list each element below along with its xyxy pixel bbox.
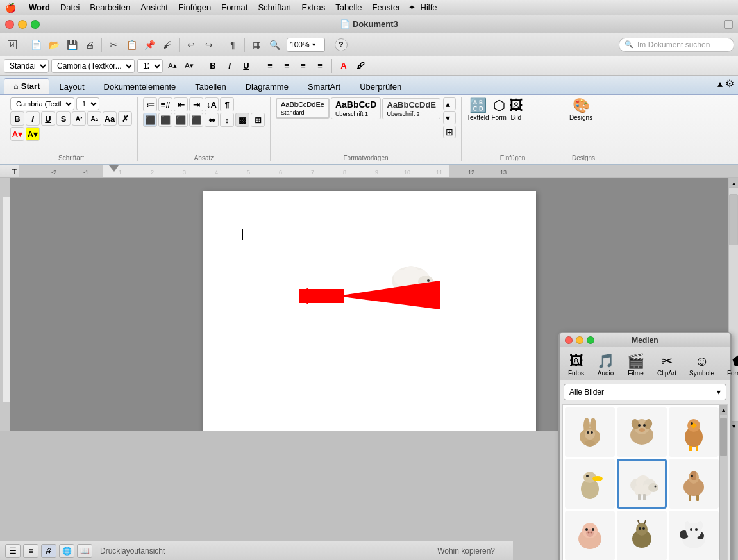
ribbon-numbered-list[interactable]: ≡# bbox=[158, 97, 172, 111]
ribbon-sort[interactable]: ↕A bbox=[205, 97, 219, 111]
menu-tabelle[interactable]: Tabelle bbox=[330, 1, 367, 13]
view-web-button[interactable]: 🌐 bbox=[59, 544, 74, 558]
view-outline-button[interactable]: ≡ bbox=[23, 544, 38, 558]
view-normal-button[interactable]: ☰ bbox=[5, 544, 21, 558]
close-button[interactable] bbox=[5, 20, 14, 29]
style-select[interactable]: Standard bbox=[4, 59, 49, 73]
media-item-sheep[interactable] bbox=[617, 459, 667, 509]
einfuegen-form[interactable]: ⬡ Form bbox=[492, 97, 507, 121]
align-right[interactable]: ≡ bbox=[296, 59, 310, 73]
zoom-out-icon[interactable]: 🔍 bbox=[266, 37, 283, 53]
einfuegen-textfeld[interactable]: 🔠 Textfeld bbox=[467, 97, 489, 121]
ribbon-subscript[interactable]: A₂ bbox=[87, 111, 101, 126]
ribbon-bold[interactable]: B bbox=[10, 111, 24, 126]
fv-standard[interactable]: AaBbCcDdEeStandard bbox=[276, 98, 330, 119]
media-close-button[interactable] bbox=[565, 336, 573, 344]
bold-button[interactable]: B bbox=[206, 59, 220, 73]
maximize-button[interactable] bbox=[31, 20, 40, 29]
redo-button[interactable]: ↪ bbox=[201, 37, 217, 53]
ribbon-justify[interactable]: ⬛ bbox=[189, 113, 203, 127]
media-item-rabbit[interactable] bbox=[565, 407, 615, 457]
ruler-toggle[interactable]: ⊤ bbox=[10, 168, 19, 175]
fv-expand[interactable]: ⊞ bbox=[443, 126, 456, 138]
search-box[interactable]: 🔍 Im Dokument suchen bbox=[619, 38, 734, 52]
tab-start[interactable]: ⌂Start bbox=[4, 78, 49, 94]
tab-diagramme[interactable]: Diagramme bbox=[236, 79, 298, 94]
ribbon-shading[interactable]: ▩ bbox=[235, 113, 249, 127]
media-item-duck[interactable] bbox=[565, 459, 615, 509]
media-scroll-track[interactable] bbox=[720, 415, 727, 560]
new-doc-button[interactable]: 📄 bbox=[28, 37, 44, 53]
pilcrow-button[interactable]: ¶ bbox=[224, 37, 241, 53]
format-painter[interactable]: 🖌 bbox=[159, 37, 176, 53]
ribbon-align-left[interactable]: ⬛ bbox=[143, 113, 157, 127]
ribbon-font-color[interactable]: A▾ bbox=[10, 127, 24, 141]
media-item-cow[interactable] bbox=[669, 511, 719, 560]
help-button[interactable]: ? bbox=[335, 38, 348, 51]
apple-menu[interactable]: 🍎 bbox=[5, 3, 16, 13]
menu-fenster[interactable]: Fenster bbox=[367, 1, 405, 13]
menu-extras[interactable]: Extras bbox=[296, 1, 330, 13]
highlight-button[interactable]: 🖊 bbox=[353, 59, 367, 73]
media-scrollbar[interactable]: ▴ ▾ bbox=[719, 405, 727, 560]
menu-hilfe[interactable]: Hilfe bbox=[415, 1, 442, 13]
media-category-dropdown[interactable]: Alle Bilder ▾ bbox=[564, 384, 726, 400]
view-reading-button[interactable]: 📖 bbox=[77, 544, 92, 558]
ribbon-italic[interactable]: I bbox=[26, 111, 40, 126]
scroll-thumb[interactable] bbox=[729, 194, 738, 245]
print-button[interactable]: 🖨 bbox=[81, 37, 98, 53]
minimize-button[interactable] bbox=[18, 20, 27, 29]
ribbon-collapse-button[interactable]: ▴ bbox=[717, 78, 723, 90]
menu-einfuegen[interactable]: Einfügen bbox=[173, 1, 216, 13]
media-scroll-thumb[interactable] bbox=[720, 418, 727, 456]
undo-button[interactable]: ↩ bbox=[183, 37, 199, 53]
einfuegen-bild[interactable]: 🖼 Bild bbox=[509, 97, 523, 121]
fv-scroll-down[interactable]: ▾ bbox=[443, 111, 456, 124]
ribbon-indent-increase[interactable]: ⇥ bbox=[189, 97, 203, 111]
font-shrink-button[interactable]: A▾ bbox=[182, 59, 196, 73]
font-size-select[interactable]: 12 bbox=[137, 59, 163, 73]
media-item-horse[interactable] bbox=[669, 459, 719, 509]
menu-word[interactable]: Word bbox=[24, 1, 55, 13]
align-justify[interactable]: ≡ bbox=[313, 59, 327, 73]
tab-ueberprufen[interactable]: Überprüfen bbox=[350, 79, 411, 94]
media-tab-formen[interactable]: ⬟ Formen bbox=[721, 350, 738, 380]
scroll-up-button[interactable]: ▴ bbox=[729, 178, 738, 188]
menu-schriftart[interactable]: Schriftart bbox=[253, 1, 296, 13]
collapse-button[interactable] bbox=[724, 20, 733, 29]
ribbon-highlight[interactable]: A▾ bbox=[26, 127, 40, 141]
save-button[interactable]: 💾 bbox=[63, 37, 80, 53]
ribbon-direction[interactable]: ⇔ bbox=[205, 113, 219, 127]
ribbon-size-select[interactable]: 12 bbox=[76, 97, 99, 110]
cut-button[interactable]: ✂ bbox=[105, 37, 122, 53]
menu-bearbeiten[interactable]: Bearbeiten bbox=[85, 1, 135, 13]
menu-wifi-icon[interactable]: ✦ bbox=[408, 3, 415, 12]
ribbon-font-select[interactable]: Cambria (Textk... bbox=[10, 97, 74, 110]
media-tab-fotos[interactable]: 🖼 Fotos bbox=[562, 350, 590, 380]
ribbon-underline[interactable]: U bbox=[41, 111, 55, 126]
einfuegen-designs[interactable]: 🎨 Designs bbox=[569, 97, 592, 121]
font-family-select[interactable]: Cambria (Textkör...) bbox=[51, 59, 135, 73]
ribbon-clear-format[interactable]: ✗ bbox=[118, 111, 132, 126]
paste-button[interactable]: 📌 bbox=[141, 37, 158, 53]
ribbon-align-center[interactable]: ⬛ bbox=[158, 113, 172, 127]
menu-datei[interactable]: Datei bbox=[55, 1, 85, 13]
media-item-pig[interactable] bbox=[565, 511, 615, 560]
tab-dokumentelemente[interactable]: Dokumentelemente bbox=[94, 79, 186, 94]
media-item-goat[interactable] bbox=[617, 511, 667, 560]
zoom-box[interactable]: 100% ▾ bbox=[287, 38, 325, 52]
ribbon-pilcrow[interactable]: ¶ bbox=[220, 97, 234, 111]
media-item-dog[interactable] bbox=[617, 407, 667, 457]
media-tab-filme[interactable]: 🎬 Filme bbox=[621, 350, 650, 380]
ribbon-superscript[interactable]: A² bbox=[72, 111, 86, 126]
fv-ueberschrift2[interactable]: AaBbCcDdEÜberschrift 2 bbox=[382, 98, 440, 119]
menu-ansicht[interactable]: Ansicht bbox=[135, 1, 173, 13]
ribbon-bullet-list[interactable]: ≔ bbox=[143, 97, 157, 111]
italic-button[interactable]: I bbox=[222, 59, 237, 73]
fv-scroll-up[interactable]: ▴ bbox=[443, 97, 456, 110]
copy-button[interactable]: 📋 bbox=[123, 37, 140, 53]
fv-ueberschrift1[interactable]: AaBbCcDÜberschrift 1 bbox=[331, 97, 382, 119]
font-grow-button[interactable]: A▴ bbox=[165, 59, 180, 73]
tab-tabellen[interactable]: Tabellen bbox=[185, 79, 235, 94]
media-tab-audio[interactable]: 🎵 Audio bbox=[591, 350, 620, 380]
